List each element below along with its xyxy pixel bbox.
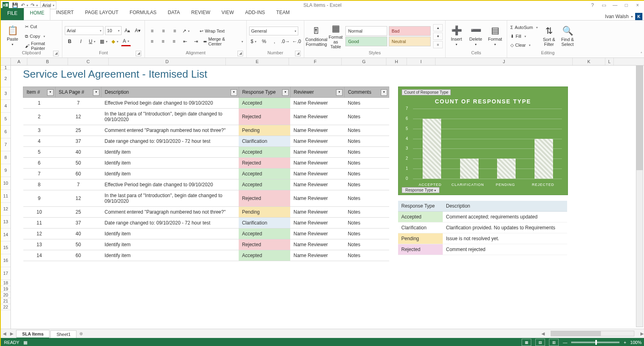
- column-header[interactable]: A: [11, 58, 27, 65]
- table-row[interactable]: 650Identify itemRejectedName ReviewerNot…: [23, 158, 389, 169]
- row-header[interactable]: 21: [1, 298, 10, 304]
- zoom-in-icon[interactable]: +: [623, 340, 626, 345]
- bold-button[interactable]: B: [65, 37, 74, 46]
- align-bottom-icon[interactable]: ≡: [170, 27, 180, 35]
- row-header[interactable]: 12: [1, 203, 10, 216]
- spreadsheet-grid[interactable]: ABCDEFGHIJKL 123456789101112131415161718…: [1, 58, 644, 329]
- column-header[interactable]: J: [436, 58, 573, 65]
- table-header[interactable]: Comments▾: [345, 87, 389, 98]
- style-normal[interactable]: Normal: [345, 26, 387, 36]
- increase-indent-icon[interactable]: ⇥: [191, 37, 200, 46]
- select-all-corner[interactable]: [1, 58, 11, 65]
- clear-button[interactable]: ◇Clear▾: [510, 41, 539, 49]
- row-header[interactable]: 15: [1, 241, 10, 254]
- filter-dropdown-icon[interactable]: ▾: [336, 89, 343, 96]
- column-header[interactable]: F: [289, 58, 342, 65]
- find-select-button[interactable]: 🔍Find & Select: [559, 22, 576, 50]
- column-header[interactable]: E: [226, 58, 289, 65]
- row-header[interactable]: 9: [1, 164, 10, 177]
- number-launcher-icon[interactable]: ◢: [295, 51, 301, 56]
- help-icon[interactable]: ?: [588, 2, 597, 8]
- table-row[interactable]: 212In the last para of "Introduction", b…: [23, 109, 389, 125]
- column-header[interactable]: H: [386, 58, 407, 65]
- zoom-level[interactable]: 100%: [630, 340, 642, 345]
- row-header[interactable]: 4: [1, 100, 10, 113]
- column-header[interactable]: C: [68, 58, 109, 65]
- font-name-select[interactable]: Arial▾: [65, 26, 103, 35]
- format-painter-button[interactable]: 🖌Format Painter: [24, 42, 60, 50]
- filter-dropdown-icon[interactable]: ▾: [282, 89, 289, 96]
- fill-color-button[interactable]: ◆▾: [110, 37, 120, 46]
- chart-bar[interactable]: [497, 159, 516, 179]
- chart-bar[interactable]: [460, 159, 479, 179]
- maximize-icon[interactable]: □: [622, 2, 630, 8]
- chart-bar[interactable]: [535, 139, 553, 179]
- sheet-tab-active[interactable]: SLA Items: [16, 330, 50, 338]
- table-row[interactable]: 87Effective Period begin date changed to…: [23, 179, 389, 190]
- column-header[interactable]: L: [605, 58, 614, 65]
- table-header[interactable]: Description▾: [101, 87, 239, 98]
- merge-center-button[interactable]: ⬌Merge & Center▾: [202, 37, 244, 45]
- cut-button[interactable]: ✂Cut: [24, 23, 60, 31]
- column-header[interactable]: B: [27, 58, 68, 65]
- orientation-icon[interactable]: ↗▾: [181, 27, 191, 35]
- row-header[interactable]: 3: [1, 87, 10, 100]
- wrap-text-button[interactable]: ↩Wrap Text: [199, 27, 225, 35]
- hscroll-right-icon[interactable]: ▶: [639, 331, 644, 336]
- table-row[interactable]: 540Identify itemAcceptedName ReviewerNot…: [23, 147, 389, 158]
- row-header[interactable]: 20: [1, 292, 10, 298]
- increase-decimal-icon[interactable]: .0→: [281, 37, 290, 46]
- table-row[interactable]: 1137Date range changed to: 09/10/2020 - …: [23, 218, 389, 229]
- view-page-layout-icon[interactable]: ▤: [535, 339, 545, 346]
- tab-insert[interactable]: INSERT: [50, 7, 79, 19]
- column-header[interactable]: D: [109, 58, 226, 65]
- align-right-icon[interactable]: ≡: [169, 37, 179, 46]
- table-row[interactable]: 1240Identify itemAcceptedName ReviewerNo…: [23, 229, 389, 239]
- chart-field-button-axis[interactable]: Response Type ▾: [402, 187, 440, 193]
- row-header[interactable]: 22: [1, 304, 10, 310]
- paste-button[interactable]: 📋 Paste▾: [3, 22, 22, 50]
- comma-format-icon[interactable]: ,: [270, 37, 279, 46]
- styles-scroll-down-icon[interactable]: ▾: [433, 33, 443, 40]
- format-cells-button[interactable]: ▤Format▾: [487, 22, 504, 50]
- chart-bar[interactable]: [423, 119, 441, 179]
- close-icon[interactable]: ×: [634, 2, 642, 8]
- clipboard-launcher-icon[interactable]: ◢: [53, 51, 59, 56]
- table-header[interactable]: SLA Page #▾: [55, 87, 101, 98]
- zoom-out-icon[interactable]: —: [563, 340, 567, 345]
- autosum-button[interactable]: ΣAutoSum▾: [510, 23, 539, 31]
- table-row[interactable]: 912In the last para of "Introduction", b…: [23, 190, 389, 207]
- style-bad[interactable]: Bad: [389, 26, 431, 36]
- font-color-button[interactable]: A▾: [121, 37, 131, 46]
- tab-view[interactable]: VIEW: [216, 7, 239, 19]
- table-header[interactable]: Response Type▾: [239, 87, 290, 98]
- insert-cells-button[interactable]: ➕Insert▾: [448, 22, 465, 50]
- row-header[interactable]: 10: [1, 177, 10, 190]
- tab-formulas[interactable]: FORMULAS: [124, 7, 162, 19]
- table-row[interactable]: 1350Identify itemRejectedName ReviewerNo…: [23, 239, 389, 250]
- font-size-select[interactable]: 10▾: [105, 26, 121, 35]
- table-row[interactable]: 760Identify itemAcceptedName ReviewerNot…: [23, 169, 389, 179]
- border-button[interactable]: ▦▾: [99, 37, 108, 46]
- accounting-format-icon[interactable]: $▾: [249, 37, 258, 46]
- table-header[interactable]: Reviewer▾: [290, 87, 345, 98]
- sheet-tab[interactable]: Sheet1: [50, 330, 76, 338]
- fill-button[interactable]: ⬇Fill▾: [510, 32, 539, 40]
- table-row[interactable]: 437Date range changed to: 09/10/2020 - 7…: [23, 136, 389, 147]
- row-header[interactable]: 7: [1, 138, 10, 151]
- row-header[interactable]: 19: [1, 286, 10, 292]
- align-middle-icon[interactable]: ≡: [159, 27, 168, 35]
- copy-button[interactable]: ⧉Copy▾: [24, 32, 60, 40]
- sort-filter-button[interactable]: ⇅Sort & Filter: [541, 22, 557, 50]
- ribbon-display-icon[interactable]: ▭: [600, 2, 608, 8]
- tab-add-ins[interactable]: ADD-INS: [239, 7, 270, 19]
- row-header[interactable]: 6: [1, 126, 10, 138]
- row-header[interactable]: 18: [1, 280, 10, 286]
- filter-dropdown-icon[interactable]: ▾: [47, 89, 54, 96]
- tab-file[interactable]: FILE: [1, 8, 24, 20]
- sheet-next-icon[interactable]: ▶: [8, 331, 15, 336]
- filter-dropdown-icon[interactable]: ▾: [93, 89, 99, 96]
- row-header[interactable]: 14: [1, 229, 10, 241]
- styles-scroll-up-icon[interactable]: ▴: [433, 24, 443, 31]
- table-row[interactable]: 1460Identify itemAcceptedName ReviewerNo…: [23, 250, 389, 261]
